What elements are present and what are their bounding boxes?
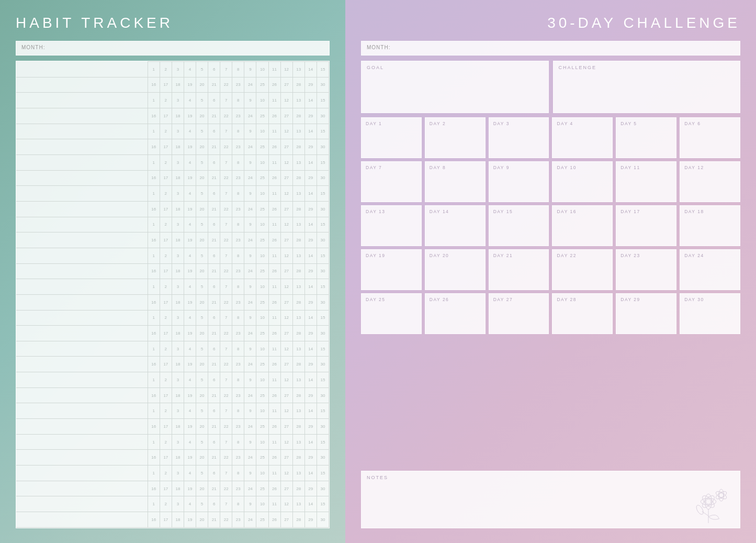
day-cell[interactable]: 4 [184, 62, 196, 77]
day-box-15[interactable]: DAY 15 [489, 205, 549, 246]
day-cell[interactable]: 13 [292, 217, 304, 232]
day-box-25[interactable]: DAY 25 [361, 293, 422, 334]
day-cell[interactable]: 11 [268, 466, 280, 481]
day-cell[interactable]: 24 [244, 326, 256, 341]
day-cell[interactable]: 5 [196, 186, 208, 202]
day-cell[interactable]: 26 [268, 450, 280, 466]
day-cell[interactable]: 21 [208, 108, 220, 124]
day-cell[interactable]: 24 [244, 139, 256, 155]
day-cell[interactable]: 18 [172, 326, 184, 341]
day-cell[interactable]: 14 [304, 93, 317, 108]
day-box-21[interactable]: DAY 21 [489, 249, 549, 290]
day-cell[interactable]: 15 [317, 372, 329, 388]
day-cell[interactable]: 12 [280, 496, 292, 512]
day-cell[interactable]: 30 [317, 450, 329, 466]
day-cell[interactable]: 8 [232, 434, 244, 450]
day-cell[interactable]: 10 [256, 186, 268, 202]
day-cell[interactable]: 8 [232, 403, 244, 419]
day-cell[interactable]: 22 [220, 108, 232, 124]
day-cell[interactable]: 13 [292, 248, 304, 263]
left-month-field[interactable]: MONTH: [16, 41, 330, 56]
day-cell[interactable]: 22 [220, 77, 232, 93]
day-cell[interactable]: 13 [292, 93, 304, 108]
day-box-27[interactable]: DAY 27 [489, 293, 549, 334]
day-cell[interactable]: 21 [208, 77, 220, 93]
right-month-field[interactable]: MONTH: [361, 41, 740, 56]
day-cell[interactable]: 28 [292, 77, 304, 93]
day-cell[interactable]: 11 [268, 372, 280, 388]
day-cell[interactable]: 9 [244, 372, 256, 388]
day-cell[interactable]: 24 [244, 77, 256, 93]
day-cell[interactable]: 15 [317, 93, 329, 108]
day-cell[interactable]: 28 [292, 263, 304, 279]
day-cell[interactable]: 6 [208, 248, 220, 263]
day-cell[interactable]: 27 [280, 232, 292, 248]
day-cell[interactable]: 8 [232, 62, 244, 77]
day-cell[interactable]: 23 [232, 232, 244, 248]
day-cell[interactable]: 4 [184, 154, 196, 170]
day-cell[interactable]: 26 [268, 170, 280, 186]
day-cell[interactable]: 8 [232, 279, 244, 295]
day-cell[interactable]: 10 [256, 466, 268, 481]
day-cell[interactable]: 7 [220, 217, 232, 232]
day-cell[interactable]: 16 [148, 512, 160, 528]
day-cell[interactable]: 8 [232, 248, 244, 263]
day-cell[interactable]: 16 [148, 139, 160, 155]
day-cell[interactable]: 14 [304, 154, 317, 170]
day-cell[interactable]: 6 [208, 124, 220, 139]
day-cell[interactable]: 18 [172, 170, 184, 186]
day-cell[interactable]: 25 [256, 139, 268, 155]
day-cell[interactable]: 6 [208, 217, 220, 232]
goal-box[interactable]: GOAL [361, 61, 549, 113]
day-cell[interactable]: 4 [184, 217, 196, 232]
day-cell[interactable]: 2 [160, 496, 172, 512]
day-cell[interactable]: 26 [268, 201, 280, 217]
day-cell[interactable]: 10 [256, 372, 268, 388]
day-cell[interactable]: 6 [208, 372, 220, 388]
day-cell[interactable]: 11 [268, 154, 280, 170]
day-cell[interactable]: 11 [268, 403, 280, 419]
day-box-30[interactable]: DAY 30 [680, 293, 740, 334]
day-cell[interactable]: 1 [148, 186, 160, 202]
day-cell[interactable]: 30 [317, 294, 329, 310]
day-cell[interactable]: 23 [232, 170, 244, 186]
day-cell[interactable]: 3 [172, 279, 184, 295]
day-cell[interactable]: 9 [244, 341, 256, 357]
day-cell[interactable]: 3 [172, 62, 184, 77]
day-cell[interactable]: 14 [304, 248, 317, 263]
day-cell[interactable]: 17 [160, 139, 172, 155]
day-cell[interactable]: 14 [304, 310, 317, 326]
day-cell[interactable]: 5 [196, 341, 208, 357]
day-cell[interactable]: 17 [160, 263, 172, 279]
day-cell[interactable]: 23 [232, 450, 244, 466]
day-cell[interactable]: 7 [220, 186, 232, 202]
day-cell[interactable]: 8 [232, 466, 244, 481]
day-cell[interactable]: 21 [208, 450, 220, 466]
day-cell[interactable]: 2 [160, 124, 172, 139]
day-cell[interactable]: 13 [292, 279, 304, 295]
day-cell[interactable]: 26 [268, 108, 280, 124]
day-cell[interactable]: 13 [292, 341, 304, 357]
day-cell[interactable]: 11 [268, 279, 280, 295]
day-cell[interactable]: 20 [196, 512, 208, 528]
challenge-box[interactable]: CHALLENGE [553, 61, 741, 113]
day-cell[interactable]: 9 [244, 186, 256, 202]
day-cell[interactable]: 22 [220, 387, 232, 403]
day-box-5[interactable]: DAY 5 [616, 117, 676, 158]
day-cell[interactable]: 21 [208, 201, 220, 217]
day-cell[interactable]: 5 [196, 217, 208, 232]
day-cell[interactable]: 1 [148, 496, 160, 512]
day-cell[interactable]: 20 [196, 481, 208, 496]
day-cell[interactable]: 22 [220, 201, 232, 217]
day-cell[interactable]: 22 [220, 170, 232, 186]
day-cell[interactable]: 7 [220, 93, 232, 108]
day-cell[interactable]: 1 [148, 248, 160, 263]
day-cell[interactable]: 14 [304, 217, 317, 232]
day-cell[interactable]: 10 [256, 154, 268, 170]
day-cell[interactable]: 23 [232, 357, 244, 372]
day-cell[interactable]: 28 [292, 294, 304, 310]
day-box-29[interactable]: DAY 29 [616, 293, 676, 334]
day-cell[interactable]: 20 [196, 419, 208, 435]
day-cell[interactable]: 12 [280, 154, 292, 170]
day-cell[interactable]: 27 [280, 139, 292, 155]
